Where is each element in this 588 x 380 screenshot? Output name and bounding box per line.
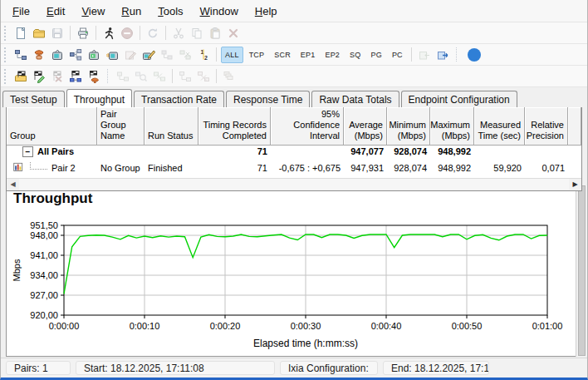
toolbar-standard: [1, 22, 587, 44]
toolbar-separator: [411, 47, 412, 62]
y-tick-label: 941,00: [30, 250, 58, 260]
run-test-icon[interactable]: [100, 24, 118, 42]
scroll-left-icon[interactable]: ◀: [7, 179, 19, 190]
cell: Pair 2: [7, 158, 97, 178]
x-tick-label: 0:00:20: [210, 321, 241, 331]
stack-pair-icon: [220, 67, 238, 86]
renumber-pairs-icon[interactable]: 12: [194, 46, 213, 64]
column-header-group[interactable]: Group: [7, 107, 97, 146]
new-test-flag-icon[interactable]: [12, 67, 30, 86]
throughput-line-chart: 951,50948,00941,00934,00927,00920,000:00…: [7, 185, 574, 354]
add-dialup-pair-icon[interactable]: [30, 46, 48, 64]
import-icon: [415, 46, 434, 64]
sync-pair-icon: [150, 67, 169, 86]
refresh-icon: [144, 24, 162, 42]
x-axis-label: Elapsed time (h:mm:ss): [253, 338, 358, 349]
scrollbar-track[interactable]: [19, 179, 569, 190]
flag-pairs-icon[interactable]: [66, 67, 85, 86]
vertical-scrollbar[interactable]: [576, 185, 587, 357]
column-header-measured[interactable]: Measured Time (sec): [474, 107, 525, 146]
edit-video-pair-icon[interactable]: [140, 46, 158, 64]
filter-tcp-button[interactable]: TCP: [245, 47, 269, 63]
svg-text:2: 2: [204, 55, 208, 61]
menu-run[interactable]: Run: [113, 2, 149, 20]
add-streaming-pair-icon[interactable]: [103, 46, 121, 64]
filter-ep2-button[interactable]: EP2: [321, 47, 344, 63]
add-endpoint-pair-icon[interactable]: [66, 46, 85, 64]
filter-scr-button[interactable]: SCR: [270, 47, 295, 63]
tab-transaction-rate[interactable]: Transaction Rate: [134, 91, 224, 107]
x-tick-label: 0:00:50: [452, 321, 483, 331]
export-icon[interactable]: [434, 46, 452, 64]
y-tick-label: 948,00: [30, 230, 58, 240]
menu-view[interactable]: View: [73, 2, 113, 20]
tree-connector: [30, 162, 47, 170]
table-header-row: GroupPair Group NameRun StatusTiming Rec…: [7, 107, 581, 146]
cell: 71: [198, 146, 271, 158]
collapse-icon[interactable]: −: [22, 146, 33, 157]
filter-pg-button[interactable]: PG: [367, 47, 386, 63]
open-folder-icon[interactable]: [30, 24, 48, 42]
table-row-all-pairs[interactable]: −All Pairs71947,077928,074948,992: [7, 146, 581, 158]
menu-window[interactable]: Window: [192, 2, 247, 20]
scroll-right-icon[interactable]: ▶: [569, 179, 581, 190]
filter-ep1-button[interactable]: EP1: [296, 47, 320, 63]
pair-chart-icon[interactable]: [10, 159, 28, 177]
column-header-timing-records[interactable]: Timing Records Completed: [198, 107, 271, 146]
cell: [474, 146, 525, 158]
unlink-pair-icon: [194, 67, 213, 86]
tab-test-setup[interactable]: Test Setup: [2, 91, 65, 107]
info-icon[interactable]: [468, 48, 481, 62]
column-header-run-status[interactable]: Run Status: [145, 107, 198, 146]
add-multicast-pair-icon[interactable]: [48, 46, 66, 64]
status-ixia-configuration: Ixia Configuration:: [280, 361, 378, 375]
horizontal-scrollbar[interactable]: ◀ ▶: [7, 178, 581, 190]
x-tick-label: 0:00:10: [130, 321, 160, 331]
status-bar: Pairs: 1Start: 18.12.2025, 17:11:08Ixia …: [1, 358, 587, 378]
cell: [97, 146, 145, 158]
column-header-minimum[interactable]: Minimum (Mbps): [387, 107, 430, 146]
copy-icon: [188, 24, 206, 42]
cell: [145, 146, 198, 158]
filter-sq-button[interactable]: SQ: [345, 47, 365, 63]
add-pair-icon[interactable]: [12, 46, 30, 64]
x-tick-label: 0:00:00: [49, 321, 80, 331]
menu-tools[interactable]: Tools: [149, 2, 191, 20]
table-body: −All Pairs71947,077928,074948,992Pair 2N…: [7, 146, 581, 178]
scrollbar-thumb[interactable]: [578, 185, 586, 356]
tab-raw-data-totals[interactable]: Raw Data Totals: [311, 91, 399, 107]
column-header-95-confidence[interactable]: 95% Confidence Interval: [271, 107, 344, 146]
column-header-maximum[interactable]: Maximum (Mbps): [430, 107, 474, 146]
filter-all-button[interactable]: ALL: [221, 47, 243, 63]
table-row-pair[interactable]: Pair 2No GroupFinished71-0,675 : +0,6759…: [7, 158, 581, 178]
paste-icon: [206, 24, 224, 42]
menu-file[interactable]: File: [4, 2, 38, 20]
results-table: GroupPair Group NameRun StatusTiming Rec…: [6, 106, 582, 191]
swap-endpoints-icon: [176, 46, 194, 64]
column-header-average[interactable]: Average (Mbps): [344, 107, 387, 146]
tab-throughput[interactable]: Throughput: [66, 89, 132, 107]
column-header-relative[interactable]: Relative Precision: [525, 107, 568, 146]
toolbar-separator: [172, 69, 173, 83]
cut-icon: [169, 24, 188, 42]
new-document-icon[interactable]: [12, 24, 30, 42]
y-tick-label: 927,00: [30, 290, 58, 300]
flag-dialup-icon[interactable]: [85, 67, 103, 86]
menu-bar: FileEditViewRunToolsWindowHelp: [1, 0, 587, 22]
stop-test-icon: [118, 24, 136, 42]
save-icon: [48, 24, 66, 42]
tab-endpoint-configuration[interactable]: Endpoint Configuration: [401, 91, 517, 107]
edit-test-flag-icon[interactable]: [30, 67, 48, 86]
tab-response-time[interactable]: Response Time: [226, 91, 310, 107]
delete-icon: [224, 24, 243, 42]
cell: 947,931: [344, 158, 387, 178]
inspect-pair-icon: [132, 67, 150, 86]
menu-help[interactable]: Help: [247, 2, 286, 20]
add-video-pair-icon[interactable]: [85, 46, 103, 64]
filter-pc-button[interactable]: PC: [388, 47, 407, 63]
column-header-pair-group[interactable]: Pair Group Name: [97, 107, 145, 146]
cell: 948,992: [430, 146, 474, 158]
status-start-time: Start: 18.12.2025, 17:11:08: [76, 361, 275, 375]
print-icon[interactable]: [74, 24, 92, 42]
menu-edit[interactable]: Edit: [38, 2, 73, 20]
